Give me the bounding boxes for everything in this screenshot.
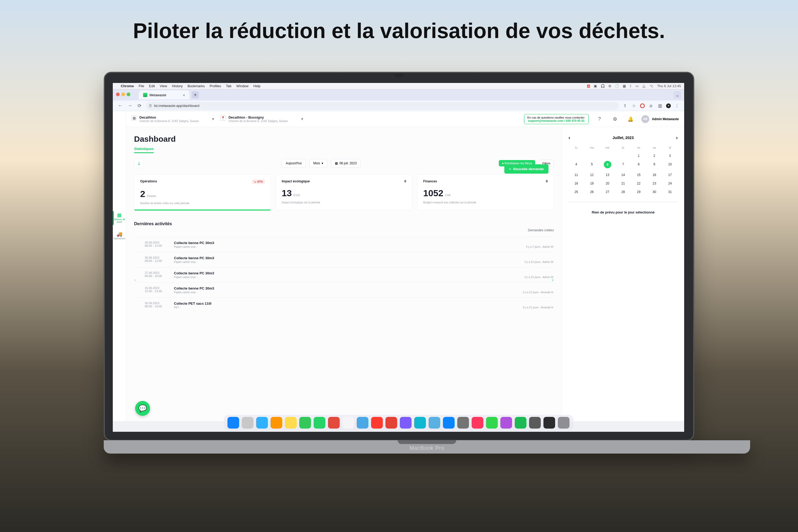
menubar-item[interactable]: File (138, 84, 144, 88)
activity-row[interactable]: 27.06.202308:00 - 10:00 Collecte benne P… (134, 267, 554, 282)
dock-app-icon[interactable] (256, 417, 268, 429)
calendar-day[interactable]: 1 (631, 154, 647, 158)
dock-app-icon[interactable] (386, 417, 397, 429)
bookmark-star-icon[interactable]: ☆ (631, 103, 637, 109)
calendar-day[interactable]: 22 (631, 182, 647, 185)
menubar-item[interactable]: Window (236, 84, 248, 88)
cast-icon[interactable]: ▣ (594, 84, 597, 88)
opera-extension-icon[interactable] (640, 103, 645, 108)
calendar-day[interactable]: 26 (584, 190, 600, 194)
calendar-day[interactable]: 28 (615, 190, 631, 194)
dock-app-icon[interactable] (486, 417, 498, 429)
url-field[interactable]: ☰ tst.metawaste.app/dashboard (146, 102, 619, 110)
control-center-icon[interactable]: ⌥ (649, 84, 653, 88)
dropbox-icon[interactable]: ⧉ (609, 84, 611, 88)
calendar-day[interactable]: 9 (647, 163, 662, 168)
dock-app-icon[interactable] (543, 417, 555, 429)
profile-avatar-icon[interactable]: ✦ (666, 103, 671, 108)
new-tab-button[interactable]: + (191, 91, 199, 99)
calendar-day[interactable]: 25 (569, 190, 584, 194)
dock-app-icon[interactable] (227, 417, 239, 429)
tab-close-icon[interactable]: × (183, 93, 185, 97)
calendar-day[interactable]: 7 (615, 163, 631, 168)
calendar-prev-button[interactable]: ‹ (569, 135, 570, 141)
help-icon[interactable]: ? (595, 115, 604, 124)
activity-row[interactable]: 30.06.202308:00 - 12:00 Collecte benne P… (134, 252, 554, 267)
calendar-day[interactable]: 20 (599, 182, 615, 185)
nav-back-icon[interactable]: ← (117, 102, 124, 109)
record-indicator-icon[interactable]: ● (587, 84, 590, 88)
dock-app-icon[interactable] (428, 417, 440, 429)
dock-app-icon[interactable] (443, 417, 454, 429)
kpi-ecological[interactable]: Impact écologique0 13tCO2 Impact écologi… (276, 174, 412, 210)
calendar-day[interactable]: 24 (662, 182, 678, 185)
dock-app-icon[interactable] (299, 417, 311, 429)
wifi-icon[interactable]: ⧋ (643, 84, 646, 88)
side-rail-operations[interactable]: 🚚 Opérations (113, 231, 126, 240)
dock-app-icon[interactable] (500, 417, 512, 429)
calendar-day[interactable]: 10 (662, 163, 678, 168)
activity-row[interactable]: 16.06.202312:00 - 13:30 Collecte benne P… (134, 282, 554, 298)
side-panel-icon[interactable]: ▥ (657, 103, 663, 109)
calendar-day[interactable]: 23 (647, 182, 662, 185)
tabstrip-chevron-icon[interactable]: ⌄ (673, 91, 681, 99)
side-rail-dashboard[interactable]: ▦ Tableau de bord (113, 212, 126, 223)
clock-icon[interactable]: 🕐 (615, 84, 619, 88)
share-icon[interactable]: ⇧ (622, 103, 628, 109)
calendar-day[interactable]: 29 (631, 190, 647, 194)
settings-gear-icon[interactable]: ⚙ (611, 115, 619, 124)
calendar-day[interactable]: 5 (584, 163, 600, 168)
dock-app-icon[interactable] (471, 417, 483, 429)
menubar-app[interactable]: Chrome (121, 84, 134, 88)
calendar-day[interactable]: 3 (662, 154, 678, 158)
calendar-day[interactable]: 4 (569, 163, 584, 168)
kpi-finances[interactable]: Finances0 1052CHF Budget consacré aux co… (417, 174, 554, 210)
dock-app-icon[interactable] (285, 417, 297, 429)
calendar-day[interactable]: 17 (662, 173, 678, 177)
calendar-day[interactable]: 30 (647, 190, 662, 194)
menubar-item[interactable]: History (172, 84, 183, 88)
calendar-day[interactable]: 18 (569, 182, 584, 185)
menubar-item[interactable]: Bookmarks (187, 84, 205, 88)
support-line2[interactable]: support@metawaste.com / 026 470 45 61 (527, 119, 585, 122)
dock-app-icon[interactable] (558, 417, 570, 429)
calendar-day[interactable]: 11 (569, 173, 584, 177)
menubar-item[interactable]: Tab (226, 84, 231, 88)
period-select[interactable]: Mois▾ (309, 159, 327, 168)
headphones-icon[interactable]: 🎧 (601, 84, 605, 88)
nav-reload-icon[interactable]: ⟳ (136, 102, 143, 109)
calendar-day[interactable]: 2 (647, 154, 662, 158)
calendar-day[interactable]: 12 (584, 173, 600, 177)
menubar-item[interactable]: View (160, 84, 167, 88)
dock-app-icon[interactable] (371, 417, 383, 429)
activity-row[interactable]: 26.06.202308:00 - 10:00 Collecte PET sac… (134, 298, 554, 313)
menubar-item[interactable]: Edit (149, 84, 155, 88)
kpi-operations[interactable]: Opérations↘ -87% 2Tickets Nombre de tick… (134, 174, 271, 210)
dock-app-icon[interactable] (314, 417, 325, 429)
calendar-day[interactable]: 27 (599, 190, 615, 194)
dock-app-icon[interactable] (457, 417, 469, 429)
site-selector[interactable]: 📍 Decathlon - Bussigny Chemin de la Bove… (221, 115, 303, 122)
calendar-day[interactable]: 16 (647, 173, 662, 177)
browser-tab[interactable]: Metawaste × (139, 90, 189, 99)
date-select[interactable]: ▦06 juil. 2023 (331, 159, 361, 168)
dock-app-icon[interactable] (414, 417, 426, 429)
calendar-day[interactable]: 15 (631, 173, 647, 177)
menubar-item[interactable]: Profiles (210, 84, 221, 88)
activity-row[interactable]: 30.06.202308:00 - 12:00 Collecte benne P… (134, 237, 554, 252)
tab-statistics[interactable]: Statistiques (134, 147, 154, 153)
user-chip[interactable]: AM Admin Metawaste (641, 115, 679, 123)
site-settings-icon[interactable]: ☰ (149, 104, 152, 108)
dock-app-icon[interactable] (342, 417, 354, 429)
dock-app-icon[interactable] (515, 417, 526, 429)
menubar-item[interactable]: Help (254, 84, 261, 88)
extensions-icon[interactable]: ⧄ (648, 103, 654, 109)
calendar-next-button[interactable]: › (676, 135, 678, 141)
download-button[interactable]: ⤓ (134, 158, 144, 168)
menubar-clock[interactable]: Thu 6 Jul 13:45 (657, 84, 681, 88)
notifications-bell-icon[interactable]: 🔔 (626, 115, 635, 124)
calendar-day[interactable]: 6 (604, 161, 611, 168)
dock-app-icon[interactable] (529, 417, 541, 429)
dock-app-icon[interactable] (271, 417, 282, 429)
dock-app-icon[interactable] (357, 417, 368, 429)
